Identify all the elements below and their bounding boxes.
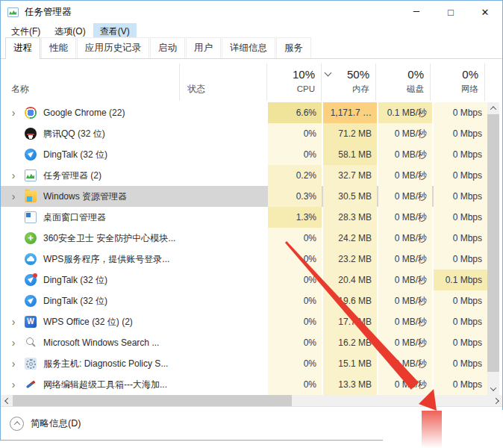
disk-cell[interactable]: 0 MB/秒 [378, 123, 432, 144]
net-cell[interactable]: 0 Mbps [434, 353, 487, 374]
cpu-cell[interactable]: 6.6% [268, 102, 322, 123]
net-cell[interactable]: 0 Mbps [434, 186, 487, 207]
process-row[interactable]: ›服务主机: Diagnostic Policy S...0%15.1 MB0 … [1, 353, 487, 374]
scroll-left-button[interactable] [1, 395, 12, 406]
mem-cell[interactable]: 28.3 MB [323, 207, 377, 228]
mem-cell[interactable]: 20.4 MB [323, 270, 377, 290]
mem-cell[interactable]: 71.2 MB [323, 123, 377, 144]
column-status[interactable]: 状态 [180, 63, 267, 101]
process-row[interactable]: ›Microsoft Windows Search ...0%16.2 MB0 … [1, 332, 487, 353]
maximize-button[interactable]: □ [434, 1, 468, 23]
expand-chevron-icon[interactable]: › [8, 311, 19, 332]
disk-cell[interactable]: 0.1 MB/秒 [378, 102, 432, 123]
mem-cell[interactable]: 23.2 MB [323, 249, 377, 270]
process-row[interactable]: 360安全卫士 安全防护中心模块...0%24.2 MB0 MB/秒0 Mbps [1, 228, 487, 249]
net-cell[interactable]: 0.1 Mbps [434, 270, 487, 290]
cpu-cell[interactable]: 1.3% [268, 207, 322, 228]
cpu-cell[interactable]: 0% [268, 144, 322, 165]
scroll-right-button[interactable] [491, 395, 502, 406]
process-row[interactable]: DingTalk (32 位)0%20.4 MB0 MB/秒0.1 Mbps [1, 270, 487, 290]
disk-cell[interactable]: 0 MB/秒 [378, 165, 432, 186]
cpu-cell[interactable]: 0% [268, 228, 322, 249]
mem-cell[interactable]: 17.7 MB [323, 311, 377, 332]
expand-chevron-icon[interactable]: › [8, 165, 19, 186]
disk-cell[interactable]: 0 MB/秒 [378, 144, 432, 165]
expand-chevron-icon[interactable]: › [8, 374, 19, 395]
horizontal-scrollbar[interactable] [1, 395, 502, 406]
net-cell[interactable]: 0 Mbps [434, 102, 487, 123]
mem-cell[interactable]: 15.1 MB [323, 353, 377, 374]
process-row[interactable]: DingTalk (32 位)0%58.1 MB0 MB/秒0 Mbps [1, 144, 487, 165]
disk-cell[interactable]: 0 MB/秒 [378, 270, 432, 290]
cpu-cell[interactable]: 0% [268, 353, 322, 374]
cpu-cell[interactable]: 0% [268, 270, 322, 290]
disk-cell[interactable]: 0 MB/秒 [378, 374, 432, 395]
net-cell[interactable]: 0 Mbps [434, 165, 487, 186]
column-disk[interactable]: 0% 磁盘 [376, 63, 431, 101]
tab-users[interactable]: 用户 [186, 37, 221, 58]
net-cell[interactable]: 0 Mbps [434, 374, 487, 395]
close-button[interactable]: ✕ [468, 1, 502, 23]
column-cpu[interactable]: 10% CPU [267, 63, 322, 101]
cpu-cell[interactable]: 0% [268, 311, 322, 332]
mem-cell[interactable]: 19.6 MB [323, 290, 377, 311]
fewer-details-toggle[interactable] [10, 417, 24, 431]
disk-cell[interactable]: 0 MB/秒 [378, 186, 432, 207]
expand-chevron-icon[interactable]: › [8, 186, 19, 207]
net-cell[interactable]: 0 Mbps [434, 290, 487, 311]
horizontal-scrollbar-thumb[interactable] [13, 395, 292, 406]
net-cell[interactable]: 0 Mbps [434, 332, 487, 353]
column-name[interactable]: 名称 [1, 63, 180, 101]
minimize-button[interactable]: – [399, 1, 434, 23]
process-row[interactable]: WPS服务程序，提供账号登录...0%23.2 MB0 MB/秒0 Mbps [1, 249, 487, 270]
net-cell[interactable]: 0 Mbps [434, 311, 487, 332]
mem-cell[interactable]: 16.2 MB [323, 332, 377, 353]
disk-cell[interactable]: 0 MB/秒 [378, 228, 432, 249]
net-cell[interactable]: 0 Mbps [434, 249, 487, 270]
mem-cell[interactable]: 1,171.7 … [323, 102, 377, 123]
mem-cell[interactable]: 30.5 MB [323, 186, 377, 207]
scroll-down-button[interactable] [487, 383, 499, 395]
tab-details[interactable]: 详细信息 [222, 37, 275, 58]
cpu-cell[interactable]: 0% [268, 249, 322, 270]
net-cell[interactable]: 0 Mbps [434, 123, 487, 144]
disk-cell[interactable]: 0 MB/秒 [378, 311, 432, 332]
process-row[interactable]: ›任务管理器 (2)0.2%32.7 MB0 MB/秒0 Mbps [1, 165, 487, 186]
cpu-cell[interactable]: 0% [268, 332, 322, 353]
tab-startup[interactable]: 启动 [150, 37, 185, 58]
cpu-cell[interactable]: 0% [268, 123, 322, 144]
vertical-scrollbar-thumb[interactable] [487, 114, 499, 372]
cpu-cell[interactable]: 0.3% [268, 186, 322, 207]
mem-cell[interactable]: 13.3 MB [323, 374, 377, 395]
net-cell[interactable]: 0 Mbps [434, 207, 487, 228]
disk-cell[interactable]: 0 MB/秒 [378, 332, 432, 353]
scroll-up-button[interactable] [487, 102, 499, 114]
process-row[interactable]: DingTalk (32 位)0%19.6 MB0 MB/秒0 Mbps [1, 290, 487, 311]
net-cell[interactable]: 0 Mbps [434, 228, 487, 249]
disk-cell[interactable]: 0 MB/秒 [378, 290, 432, 311]
mem-cell[interactable]: 32.7 MB [323, 165, 377, 186]
process-row[interactable]: ›Windows 资源管理器0.3%30.5 MB0 MB/秒0 Mbps [1, 186, 487, 207]
vertical-scrollbar[interactable] [487, 102, 499, 395]
process-row[interactable]: 桌面窗口管理器1.3%28.3 MB0 MB/秒0 Mbps [1, 207, 487, 228]
cpu-cell[interactable]: 0% [268, 374, 322, 395]
mem-cell[interactable]: 24.2 MB [323, 228, 377, 249]
process-row[interactable]: ›WPS Office (32 位) (2)0%17.7 MB0 MB/秒0 M… [1, 311, 487, 332]
disk-cell[interactable]: 0 MB/秒 [378, 353, 432, 374]
column-memory[interactable]: 50% 内存 [322, 63, 376, 101]
cpu-cell[interactable]: 0% [268, 290, 322, 311]
disk-cell[interactable]: 0 MB/秒 [378, 249, 432, 270]
cpu-cell[interactable]: 0.2% [268, 165, 322, 186]
mem-cell[interactable]: 58.1 MB [323, 144, 377, 165]
tab-app-history[interactable]: 应用历史记录 [77, 37, 149, 58]
expand-chevron-icon[interactable]: › [8, 102, 19, 123]
expand-chevron-icon[interactable]: › [8, 332, 19, 353]
tab-services[interactable]: 服务 [276, 37, 311, 58]
expand-chevron-icon[interactable]: › [8, 353, 19, 374]
process-row[interactable]: ›网络编辑超级工具箱---大海加...0%13.3 MB0 MB/秒0 Mbps [1, 374, 487, 395]
process-row[interactable]: ›Google Chrome (22)6.6%1,171.7 …0.1 MB/秒… [1, 102, 487, 123]
tab-processes[interactable]: 进程 [5, 37, 40, 59]
column-network[interactable]: 0% 网络 [431, 63, 485, 101]
disk-cell[interactable]: 0 MB/秒 [378, 207, 432, 228]
tab-performance[interactable]: 性能 [41, 37, 76, 58]
